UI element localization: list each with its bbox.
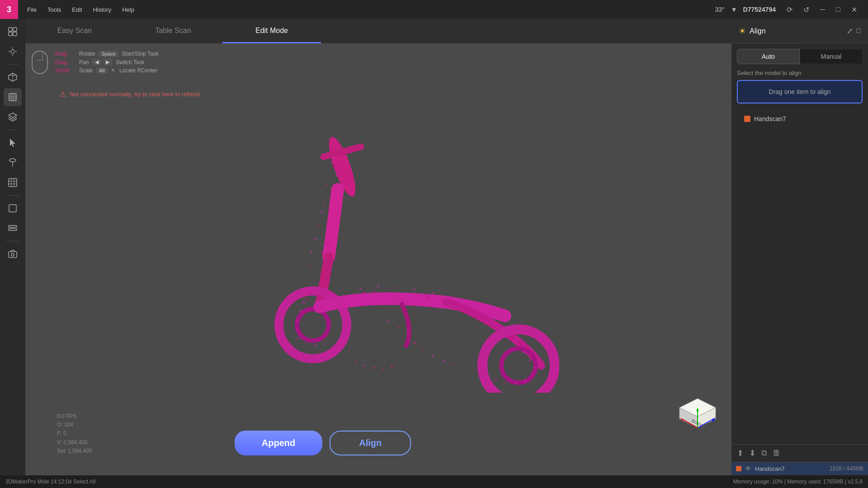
tab-easy-scan[interactable]: Easy Scan xyxy=(25,19,124,43)
svg-point-61 xyxy=(532,374,533,375)
svg-point-47 xyxy=(359,288,361,290)
tool-camera[interactable] xyxy=(4,245,22,263)
svg-point-48 xyxy=(377,286,379,287)
append-button[interactable]: Append xyxy=(235,431,322,455)
menu-edit[interactable]: Edit xyxy=(66,0,87,19)
tool-grid[interactable] xyxy=(4,23,22,41)
svg-point-83 xyxy=(308,291,311,294)
tool-lasso[interactable] xyxy=(4,154,22,172)
svg-point-35 xyxy=(318,225,320,226)
refresh-icon[interactable]: ↺ xyxy=(800,4,813,16)
close-button[interactable]: ✕ xyxy=(848,4,861,16)
toolbar-separator-4 xyxy=(6,241,19,241)
delete-icon[interactable]: 🗑 xyxy=(773,448,781,458)
svg-point-68 xyxy=(407,333,409,335)
tool-cursor[interactable] xyxy=(4,134,22,152)
svg-point-91 xyxy=(525,347,528,350)
tool-stack[interactable] xyxy=(4,219,22,237)
menu-help[interactable]: Help xyxy=(117,0,140,19)
hint-labels: Drag Rotate Space Start/Stop Task Drag P… xyxy=(55,51,159,74)
right-panel-header: ☀ Align ⤢ □ xyxy=(731,19,868,43)
svg-point-24 xyxy=(332,157,334,159)
panel-header-icons: ⤢ □ xyxy=(847,27,861,35)
tab-edit-mode[interactable]: Edit Mode xyxy=(222,19,321,43)
align-manual-button[interactable]: Manual xyxy=(800,49,863,64)
svg-point-26 xyxy=(346,156,348,158)
sun-icon: ☀ xyxy=(739,26,746,36)
hint-drag-pan: Drag xyxy=(55,59,75,66)
svg-rect-16 xyxy=(9,252,17,258)
svg-point-69 xyxy=(414,342,415,344)
svg-point-79 xyxy=(333,164,335,167)
file-info-0: 1528 / 445MB xyxy=(830,465,863,472)
svg-point-50 xyxy=(414,289,415,291)
svg-point-81 xyxy=(326,242,329,245)
align-button[interactable]: Align xyxy=(330,431,411,455)
menu-tools[interactable]: Tools xyxy=(42,0,66,19)
model-list-item-handscan7[interactable]: Handscan7 xyxy=(741,113,859,125)
svg-point-34 xyxy=(321,211,323,213)
tool-star[interactable] xyxy=(4,42,22,61)
svg-point-31 xyxy=(326,184,327,186)
copy-icon[interactable]: ⧉ xyxy=(761,448,767,458)
panel-icon-1[interactable]: ⤢ xyxy=(847,27,853,35)
warning-icon: ⚠ xyxy=(60,90,66,99)
hint-row-rotate: Drag Rotate Space Start/Stop Task xyxy=(55,51,159,57)
svg-point-88 xyxy=(441,299,443,301)
svg-rect-11 xyxy=(9,94,16,101)
minimize-button[interactable]: ─ xyxy=(816,4,829,15)
svg-point-23 xyxy=(501,348,536,383)
svg-point-85 xyxy=(363,291,365,294)
svg-point-38 xyxy=(309,266,311,267)
svg-point-36 xyxy=(314,238,316,240)
file-eye-icon[interactable]: 👁 xyxy=(745,465,751,472)
export-icon[interactable]: ⬆ xyxy=(737,448,744,458)
connection-warning[interactable]: ⚠ Not connected normally, try to click h… xyxy=(55,87,590,101)
tool-crop[interactable] xyxy=(4,199,22,217)
dropdown-icon[interactable]: ▾ xyxy=(732,5,736,14)
status-left: 3DMakerPro Mole 14:12:04 Select All xyxy=(5,479,733,485)
tab-bar: Easy Scan Table Scan Edit Mode xyxy=(25,19,321,43)
maximize-button[interactable]: □ xyxy=(832,4,844,15)
hint-key-left: ◀ xyxy=(92,59,101,66)
svg-point-72 xyxy=(443,360,445,362)
align-title: Align xyxy=(750,27,766,35)
hint-locate-rcenter: Locate RCenter xyxy=(119,67,157,74)
svg-point-41 xyxy=(296,319,298,321)
menu-history[interactable]: History xyxy=(88,0,117,19)
align-mode-buttons: Auto Manual xyxy=(737,49,863,64)
svg-point-21 xyxy=(297,309,329,341)
viewport: ⚠ Not connected normally, try to click h… xyxy=(25,43,731,475)
menu-file[interactable]: File xyxy=(22,0,42,19)
tool-3d-box[interactable] xyxy=(4,68,22,86)
svg-point-73 xyxy=(453,363,454,364)
mouse-icon xyxy=(32,51,48,74)
device-id: D77524794 xyxy=(743,6,776,13)
svg-point-43 xyxy=(297,338,299,339)
panel-icon-2[interactable]: □ xyxy=(856,27,861,35)
o-value: O: 304 xyxy=(57,421,92,429)
file-color-box-0 xyxy=(736,466,741,471)
svg-point-66 xyxy=(387,319,388,321)
svg-point-52 xyxy=(450,296,452,298)
file-list-item-0[interactable]: 👁 Handscan7 1528 / 445MB xyxy=(731,462,868,475)
scooter-model xyxy=(198,113,559,393)
sync-icon[interactable]: ⟳ xyxy=(783,4,796,16)
svg-point-37 xyxy=(311,252,312,253)
mouse-left-btn xyxy=(37,52,43,61)
import-icon[interactable]: ⬇ xyxy=(749,448,756,458)
tab-table-scan[interactable]: Table Scan xyxy=(124,19,222,43)
align-select-label: Select the model to align xyxy=(737,70,863,76)
tool-layers[interactable] xyxy=(4,108,22,126)
app-logo: 3 xyxy=(0,0,18,19)
svg-rect-3 xyxy=(13,32,17,36)
svg-rect-14 xyxy=(9,225,17,227)
svg-point-86 xyxy=(373,291,375,293)
tool-cube-active[interactable] xyxy=(4,88,22,106)
svg-rect-0 xyxy=(9,28,12,31)
align-auto-button[interactable]: Auto xyxy=(737,49,800,64)
svg-point-92 xyxy=(530,356,533,358)
tool-grid2[interactable] xyxy=(4,174,22,192)
align-drop-zone[interactable]: Drag one item to align xyxy=(737,80,863,103)
hint-row-scale: Scroll Scale Alt ↖ Locate RCenter xyxy=(55,67,159,74)
